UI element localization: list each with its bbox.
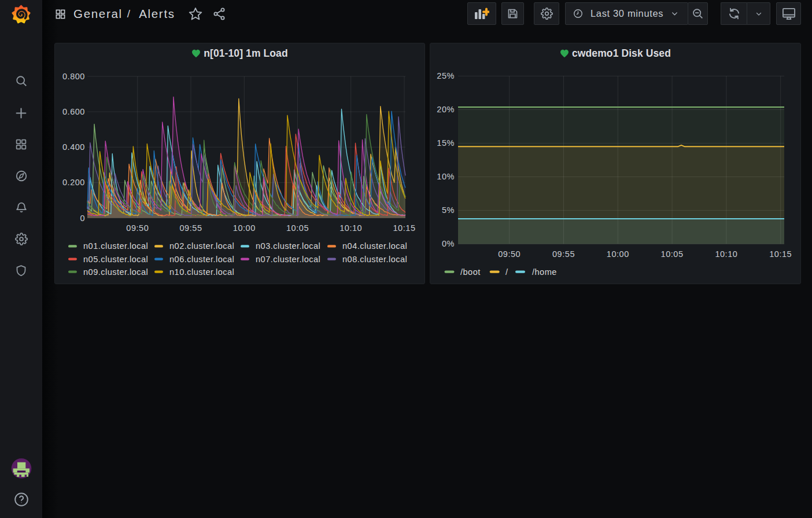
svg-text:5%: 5%: [442, 205, 455, 215]
svg-text:n09.cluster.local: n09.cluster.local: [83, 267, 148, 277]
svg-text:15%: 15%: [437, 138, 455, 148]
svg-text:n07.cluster.local: n07.cluster.local: [256, 255, 320, 264]
svg-text:09:55: 09:55: [552, 249, 575, 259]
svg-text:10:00: 10:00: [607, 249, 629, 259]
svg-text:/home: /home: [532, 267, 557, 277]
svg-text:n06.cluster.local: n06.cluster.local: [169, 255, 234, 264]
svg-text:n08.cluster.local: n08.cluster.local: [342, 255, 407, 264]
svg-text:09:50: 09:50: [126, 223, 149, 233]
svg-text:0%: 0%: [442, 239, 455, 248]
svg-text:/boot: /boot: [460, 267, 481, 277]
svg-text:n04.cluster.local: n04.cluster.local: [342, 241, 407, 251]
svg-text:09:55: 09:55: [179, 223, 202, 233]
svg-text:0.400: 0.400: [62, 142, 85, 152]
svg-text:0.800: 0.800: [62, 72, 85, 81]
svg-text:n03.cluster.local: n03.cluster.local: [256, 241, 320, 251]
svg-text:0.200: 0.200: [62, 178, 85, 187]
svg-text:0.600: 0.600: [62, 107, 85, 116]
svg-text:10:15: 10:15: [393, 223, 415, 233]
svg-text:09:50: 09:50: [498, 249, 521, 259]
svg-text:25%: 25%: [437, 71, 455, 80]
svg-text:/: /: [505, 267, 508, 277]
svg-text:10:05: 10:05: [286, 223, 309, 233]
svg-text:10%: 10%: [437, 172, 455, 181]
svg-text:n05.cluster.local: n05.cluster.local: [83, 255, 148, 264]
svg-text:10:05: 10:05: [661, 249, 684, 259]
svg-text:20%: 20%: [437, 105, 455, 114]
svg-text:n10.cluster.local: n10.cluster.local: [169, 267, 234, 277]
svg-text:10:15: 10:15: [769, 249, 792, 259]
svg-text:10:10: 10:10: [715, 249, 737, 259]
svg-text:n01.cluster.local: n01.cluster.local: [83, 241, 148, 251]
svg-text:10:00: 10:00: [233, 223, 256, 233]
svg-text:0: 0: [80, 214, 85, 223]
svg-text:n02.cluster.local: n02.cluster.local: [169, 241, 234, 251]
svg-text:10:10: 10:10: [339, 223, 362, 233]
